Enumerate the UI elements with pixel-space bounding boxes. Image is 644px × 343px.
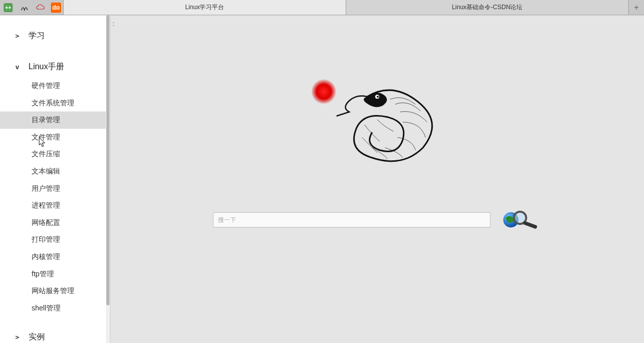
sidebar-item-user[interactable]: 用户管理 bbox=[0, 180, 110, 197]
tab-label: Linux基础命令­-CSDN论坛 bbox=[452, 3, 523, 12]
tab-bar: Linux学习平台 Linux基础命令­-CSDN论坛 bbox=[64, 0, 629, 15]
search-row bbox=[213, 209, 542, 231]
chevron-right-icon: > bbox=[15, 32, 23, 40]
tab-csdn[interactable]: Linux基础命令­-CSDN论坛 bbox=[346, 0, 629, 15]
svg-rect-9 bbox=[523, 221, 538, 229]
tab-linux-platform[interactable]: Linux学习平台 bbox=[64, 0, 346, 15]
sidebar-item-file[interactable]: 文件管理 bbox=[0, 129, 110, 146]
scrollbar-thumb[interactable] bbox=[106, 15, 109, 305]
sidebar-item-print[interactable]: 打印管理 bbox=[0, 231, 110, 248]
sidebar-item-directory[interactable]: 目录管理 bbox=[0, 111, 110, 129]
sidebar-section-label: Linux手册 bbox=[29, 62, 64, 72]
extension-icon-2[interactable] bbox=[18, 2, 31, 14]
sidebar-item-network[interactable]: 网络配置 bbox=[0, 214, 110, 232]
globe-magnifier-icon bbox=[501, 209, 542, 231]
sidebar-section-examples[interactable]: > 实例 bbox=[0, 327, 110, 343]
browser-bar: do Linux学习平台 Linux基础命令­-CSDN论坛 + bbox=[0, 0, 644, 15]
browser-toolbar-icons: do bbox=[0, 0, 64, 15]
sidebar-item-filesystem[interactable]: 文件系统管理 bbox=[0, 95, 110, 112]
snake-logo bbox=[301, 71, 454, 173]
content-marker: : bbox=[113, 20, 114, 27]
sidebar-section-study[interactable]: > 学习 bbox=[0, 25, 110, 46]
cloud-icon[interactable] bbox=[35, 2, 47, 14]
new-tab-button[interactable]: + bbox=[629, 0, 644, 15]
main-area: > 学习 v Linux手册 硬件管理 文件系统管理 目录管理 文件管理 文件压… bbox=[0, 15, 644, 343]
extension-icon-1[interactable] bbox=[2, 2, 14, 14]
sidebar-section-linux-manual[interactable]: v Linux手册 bbox=[0, 56, 110, 77]
svg-point-2 bbox=[9, 7, 11, 9]
sidebar-item-text-edit[interactable]: 文本编辑 bbox=[0, 163, 110, 180]
sidebar-item-hardware[interactable]: 硬件管理 bbox=[0, 77, 110, 95]
sidebar-section-label: 实例 bbox=[29, 332, 45, 342]
sidebar-scrollbar[interactable] bbox=[106, 15, 110, 343]
do-icon[interactable]: do bbox=[51, 3, 61, 13]
sidebar-item-compress[interactable]: 文件压缩 bbox=[0, 146, 110, 163]
sidebar-item-web-service[interactable]: 网站服务管理 bbox=[0, 282, 110, 300]
sidebar-section-label: 学习 bbox=[29, 31, 45, 41]
sidebar: > 学习 v Linux手册 硬件管理 文件系统管理 目录管理 文件管理 文件压… bbox=[0, 15, 110, 343]
sidebar-item-ftp[interactable]: ftp管理 bbox=[0, 266, 110, 283]
sidebar-item-shell[interactable]: shell管理 bbox=[0, 300, 110, 317]
sidebar-item-kernel[interactable]: 内核管理 bbox=[0, 248, 110, 266]
chevron-right-icon: > bbox=[15, 333, 23, 341]
tab-label: Linux学习平台 bbox=[185, 3, 225, 12]
svg-point-8 bbox=[515, 213, 525, 223]
sidebar-item-process[interactable]: 进程管理 bbox=[0, 197, 110, 214]
content-area: : bbox=[110, 15, 644, 343]
svg-point-5 bbox=[377, 96, 379, 98]
search-input[interactable] bbox=[213, 212, 491, 227]
svg-rect-0 bbox=[4, 4, 12, 12]
svg-point-3 bbox=[312, 79, 336, 104]
svg-point-1 bbox=[6, 7, 8, 9]
search-button[interactable] bbox=[501, 209, 542, 231]
chevron-down-icon: v bbox=[15, 63, 23, 71]
